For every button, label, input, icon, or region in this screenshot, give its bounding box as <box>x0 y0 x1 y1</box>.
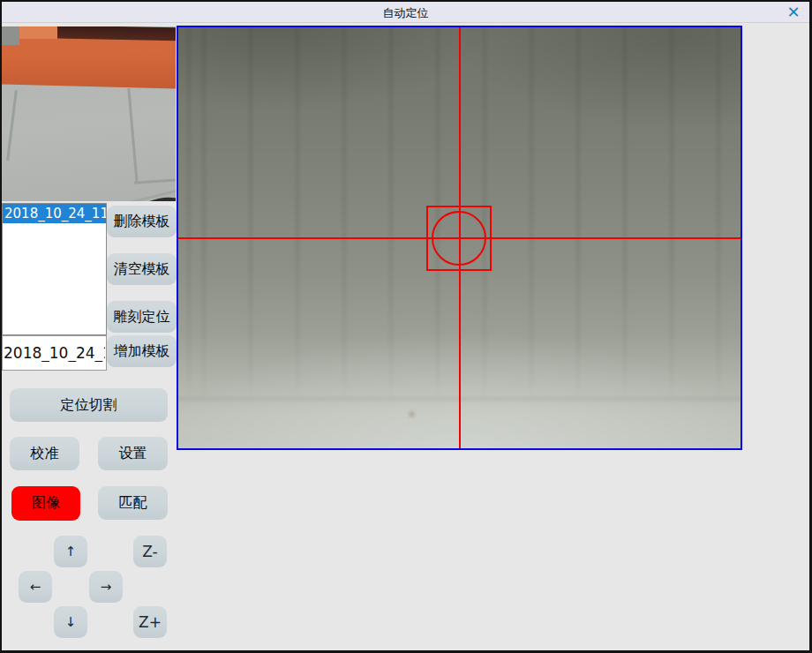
thumbnail-tile-line <box>134 178 176 184</box>
camera-view[interactable] <box>177 26 742 450</box>
position-cut-button[interactable]: 定位切割 <box>10 388 168 422</box>
template-thumbnail-preview <box>2 26 176 201</box>
add-template-button[interactable]: 增加模板 <box>107 335 177 367</box>
thumbnail-tile-line <box>6 90 18 161</box>
roi-circle-overlay <box>432 211 486 266</box>
template-name-input[interactable] <box>2 335 107 371</box>
jog-left-button[interactable]: ← <box>19 571 52 603</box>
jog-up-button[interactable]: ↑ <box>54 536 87 567</box>
jog-down-button[interactable]: ↓ <box>54 606 87 638</box>
close-icon: ✕ <box>786 4 800 20</box>
calibrate-button[interactable]: 校准 <box>10 437 79 470</box>
settings-button[interactable]: 设置 <box>98 437 168 470</box>
jog-z-minus-button[interactable]: Z- <box>133 536 167 567</box>
engrave-position-button[interactable]: 雕刻定位 <box>107 301 177 333</box>
titlebar: 自动定位 ✕ <box>2 2 809 23</box>
auto-position-window: 自动定位 ✕ 2018_10_24_11 删除模板 清空模板 雕刻定位 增加模板… <box>0 0 812 653</box>
template-list[interactable]: 2018_10_24_11 <box>2 203 107 335</box>
match-button[interactable]: 匹配 <box>98 486 168 520</box>
clear-templates-button[interactable]: 清空模板 <box>107 253 177 285</box>
thumbnail-highlight-strip <box>19 26 57 39</box>
window-body: 自动定位 ✕ 2018_10_24_11 删除模板 清空模板 雕刻定位 增加模板… <box>2 2 809 650</box>
jog-z-plus-button[interactable]: Z+ <box>133 606 167 638</box>
image-button-active[interactable]: 图像 <box>11 486 80 521</box>
template-list-item[interactable]: 2018_10_24_11 <box>3 204 106 223</box>
jog-right-button[interactable]: → <box>89 571 123 603</box>
thumbnail-gray-notch <box>2 26 19 45</box>
window-title: 自动定位 <box>2 5 809 21</box>
thumbnail-tile-line <box>127 88 138 184</box>
close-button[interactable]: ✕ <box>783 3 804 22</box>
delete-template-button[interactable]: 删除模板 <box>107 206 177 237</box>
